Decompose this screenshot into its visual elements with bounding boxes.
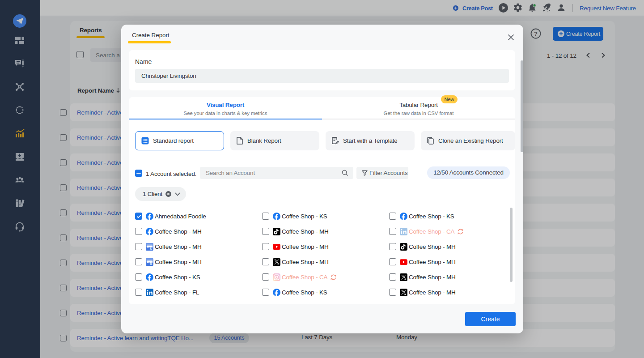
svg-text:G: G (150, 263, 153, 265)
svg-text:G: G (150, 247, 153, 250)
